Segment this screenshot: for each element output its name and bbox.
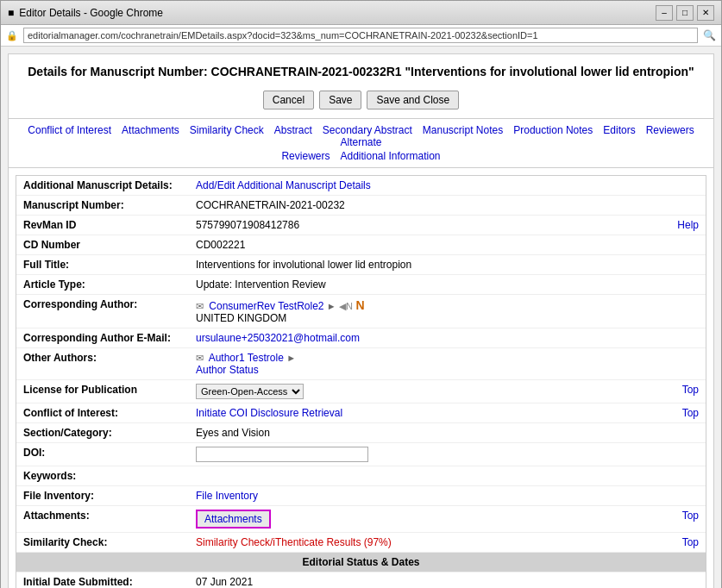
close-button[interactable]: ✕ [697, 5, 714, 21]
envelope-icon-1: ✉ [196, 301, 204, 311]
nav-attachments[interactable]: Attachments [116, 124, 185, 136]
nav-reviewers-2[interactable]: Reviewers [276, 150, 335, 162]
coi-label: Conflict of Interest: [16, 403, 189, 423]
cd-number-label: CD Number [16, 235, 189, 255]
pn-icon: ◀N [339, 301, 353, 311]
nav-production-notes[interactable]: Production Notes [508, 124, 598, 136]
file-inventory-label: File Inventory: [16, 486, 189, 506]
envelope-icon-2: ✉ [196, 353, 204, 363]
attachments-top-link[interactable]: Top [682, 510, 699, 522]
nav-conflict-of-interest[interactable]: Conflict of Interest [22, 124, 116, 136]
initial-date-value: 07 Jun 2021 [189, 572, 706, 589]
corresponding-author-label: Corresponding Author: [16, 295, 189, 328]
additional-manuscript-link[interactable]: Add/Edit Additional Manuscript Details [196, 179, 371, 191]
similarity-link[interactable]: Similarity Check/iThenticate Results (97… [196, 536, 392, 548]
nav-secondary-abstract[interactable]: Secondary Abstract [317, 124, 418, 136]
full-title-value: Interventions for involutional lower lid… [189, 255, 706, 275]
save-button[interactable]: Save [319, 91, 361, 109]
nav-manuscript-notes[interactable]: Manuscript Notes [418, 124, 508, 136]
similarity-top-link[interactable]: Top [682, 536, 699, 548]
initial-date-label: Initial Date Submitted: [16, 572, 189, 589]
arrow-icon-1: ► [327, 301, 336, 311]
other-authors-name[interactable]: Author1 Testrole [209, 352, 284, 364]
manuscript-number-value: COCHRANETRAIN-2021-00232 [189, 196, 706, 216]
help-link[interactable]: Help [677, 219, 699, 231]
coi-top-link[interactable]: Top [682, 407, 699, 419]
revman-id-value: 575799071908412786 [196, 219, 699, 231]
doi-input[interactable] [196, 447, 368, 462]
address-bar-input[interactable] [23, 28, 698, 43]
keywords-label: Keywords: [16, 466, 189, 486]
maximize-button[interactable]: □ [676, 5, 694, 21]
nav-editors[interactable]: Editors [598, 124, 640, 136]
full-title-label: Full Title: [16, 255, 189, 275]
article-type-label: Article Type: [16, 275, 189, 295]
file-inventory-link[interactable]: File Inventory [196, 490, 258, 502]
corresponding-author-country: UNITED KINGDOM [196, 312, 699, 324]
attachments-button[interactable]: Attachments [196, 510, 271, 529]
attachments-label: Attachments: [16, 506, 189, 533]
nav-alternate[interactable]: Alternate [335, 136, 386, 148]
window-title: Editor Details - Google Chrome [19, 7, 163, 19]
revman-id-label: RevMan ID [16, 216, 189, 235]
cancel-button[interactable]: Cancel [263, 91, 314, 109]
editorial-status-header: Editorial Status & Dates [16, 553, 706, 572]
nav-additional-information[interactable]: Additional Information [335, 150, 445, 162]
browser-icon: ■ [8, 7, 14, 19]
doi-label: DOI: [16, 443, 189, 466]
corresponding-author-email[interactable]: ursulaune+25032021@hotmail.com [196, 332, 360, 344]
similarity-label: Similarity Check: [16, 533, 189, 553]
page-title: Details for Manuscript Number: COCHRANET… [9, 54, 713, 85]
section-label: Section/Category: [16, 423, 189, 443]
other-authors-label: Other Authors: [16, 348, 189, 380]
license-label: License for Publication [16, 380, 189, 403]
cd-number-value: CD002221 [189, 235, 706, 255]
lock-icon: 🔒 [6, 30, 18, 41]
manuscript-number-label: Manuscript Number: [16, 196, 189, 216]
nav-similarity-check[interactable]: Similarity Check [185, 124, 269, 136]
coi-link[interactable]: Initiate COI Disclosure Retrieval [196, 407, 342, 419]
license-top-link[interactable]: Top [682, 384, 699, 396]
corresponding-author-email-label: Corresponding Author E-Mail: [16, 328, 189, 348]
arrow-icon-2: ► [286, 353, 296, 363]
article-type-value: Update: Intervention Review [189, 275, 706, 295]
nav-reviewers[interactable]: Reviewers [641, 124, 700, 136]
section-value: Eyes and Vision [189, 423, 706, 443]
license-select[interactable]: Green-Open-Access [196, 384, 304, 399]
author-status-link[interactable]: Author Status [196, 364, 259, 376]
magnify-icon: 🔍 [703, 29, 716, 41]
save-close-button[interactable]: Save and Close [367, 91, 459, 109]
nav-abstract[interactable]: Abstract [269, 124, 317, 136]
additional-manuscript-label: Additional Manuscript Details: [16, 176, 189, 196]
minimize-button[interactable]: – [656, 5, 673, 21]
corresponding-author-name[interactable]: ConsumerRev TestRole2 [209, 300, 323, 312]
